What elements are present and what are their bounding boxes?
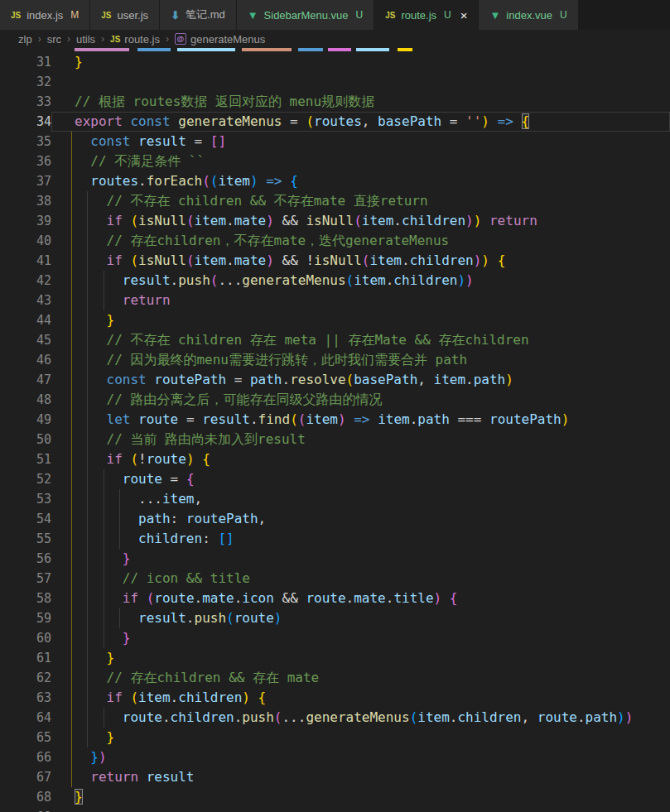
line-content[interactable]: const routePath = path.resolve(basePath,… (51, 370, 670, 390)
line-number[interactable]: 35 (0, 132, 51, 151)
line-number[interactable]: 42 (0, 271, 51, 291)
line-number[interactable]: 55 (0, 529, 51, 549)
line-number[interactable]: 37 (0, 171, 51, 191)
breadcrumb-item-generatemenus[interactable]: @generateMenus (175, 33, 265, 46)
line-content[interactable]: const result = [] (51, 132, 670, 151)
line-content[interactable]: if (route.mate.icon && route.mate.title)… (51, 589, 670, 608)
line-content[interactable]: } (51, 787, 670, 807)
line-number[interactable]: 33 (0, 92, 51, 112)
line-number[interactable]: 45 (0, 330, 51, 350)
line-number[interactable]: 68 (0, 787, 51, 807)
line-number[interactable]: 48 (0, 390, 51, 410)
line-number[interactable]: 66 (0, 747, 51, 767)
line-content[interactable]: // 不满足条件 `` (51, 151, 670, 171)
tab-index-vue[interactable]: ▼index.vueU (479, 0, 577, 30)
line-number[interactable]: 34 (0, 112, 51, 132)
breadcrumb-item-src[interactable]: src (47, 33, 61, 46)
line-number[interactable]: 36 (0, 151, 51, 171)
code-line-45[interactable]: 45 // 不存在 children 存在 meta || 存在Mate && … (0, 330, 670, 350)
tab-route-js[interactable]: JSroute.jsU× (374, 0, 478, 30)
line-number[interactable]: 63 (0, 688, 51, 708)
line-number[interactable]: 54 (0, 509, 51, 529)
line-number[interactable]: 59 (0, 608, 51, 628)
code-line-64[interactable]: 64 route.children.push(...generateMenus(… (0, 708, 670, 728)
line-number[interactable]: 41 (0, 251, 51, 271)
line-content[interactable]: ...item, (51, 489, 670, 509)
line-number[interactable]: 67 (0, 767, 51, 787)
line-number[interactable]: 32 (0, 72, 51, 92)
line-content[interactable]: routes.forEach((item) => { (51, 171, 670, 191)
line-content[interactable] (51, 807, 670, 812)
code-line-38[interactable]: 38 // 不存在 children && 不存在mate 直接return (0, 191, 670, 211)
close-icon[interactable]: × (460, 9, 468, 22)
line-content[interactable]: // 当前 路由尚未加入到result (51, 430, 670, 449)
line-content[interactable]: } (51, 310, 670, 330)
code-line-62[interactable]: 62 // 存在children && 存在 mate (0, 668, 670, 688)
code-line-35[interactable]: 35 const result = [] (0, 132, 670, 151)
line-content[interactable]: // 存在children，不存在mate，迭代generateMenus (51, 231, 670, 251)
line-content[interactable]: // icon && title (51, 569, 670, 589)
line-content[interactable]: // 存在children && 存在 mate (51, 668, 670, 688)
code-line-43[interactable]: 43 return (0, 291, 670, 310)
line-content[interactable]: // 不存在 children && 不存在mate 直接return (51, 191, 670, 211)
line-number[interactable]: 38 (0, 191, 51, 211)
code-line-55[interactable]: 55 children: [] (0, 529, 670, 549)
code-line-69[interactable]: 69 (0, 807, 670, 812)
code-line-31[interactable]: 31} (0, 52, 670, 72)
line-content[interactable]: } (51, 648, 670, 668)
code-line-67[interactable]: 67 return result (0, 767, 670, 787)
line-number[interactable]: 47 (0, 370, 51, 390)
code-line-65[interactable]: 65 } (0, 728, 670, 747)
line-content[interactable]: if (isNull(item.mate) && !isNull(item.ch… (51, 251, 670, 271)
tab-index-js[interactable]: JSindex.jsM (0, 0, 89, 30)
breadcrumb-item-utils[interactable]: utils (76, 33, 95, 46)
code-line-58[interactable]: 58 if (route.mate.icon && route.mate.tit… (0, 589, 670, 608)
line-number[interactable]: 43 (0, 291, 51, 310)
line-content[interactable]: if (!route) { (51, 449, 670, 469)
line-number[interactable]: 57 (0, 569, 51, 589)
line-content[interactable]: result.push(route) (51, 608, 670, 628)
code-line-44[interactable]: 44 } (0, 310, 670, 330)
code-line-37[interactable]: 37 routes.forEach((item) => { (0, 171, 670, 191)
code-line-59[interactable]: 59 result.push(route) (0, 608, 670, 628)
line-number[interactable]: 44 (0, 310, 51, 330)
code-editor[interactable]: 3031}3233// 根据 routes数据 返回对应的 menu规则数据34… (0, 48, 670, 812)
line-number[interactable]: 40 (0, 231, 51, 251)
line-content[interactable]: let route = result.find((item) => item.p… (51, 410, 670, 430)
code-line-34[interactable]: 34export const generateMenus = (routes, … (0, 112, 670, 132)
line-content[interactable]: result.push(...generateMenus(item.childr… (51, 271, 670, 291)
line-number[interactable]: 58 (0, 589, 51, 608)
line-content[interactable]: if (item.children) { (51, 688, 670, 708)
line-content[interactable]: } (51, 728, 670, 747)
line-content[interactable]: if (isNull(item.mate) && isNull(item.chi… (51, 211, 670, 231)
code-line-54[interactable]: 54 path: routePath, (0, 509, 670, 529)
code-line-32[interactable]: 32 (0, 72, 670, 92)
line-content[interactable]: } (51, 628, 670, 648)
line-number[interactable]: 53 (0, 489, 51, 509)
tab-md[interactable]: ⬇笔记.md (160, 0, 236, 30)
line-number[interactable]: 39 (0, 211, 51, 231)
code-line-42[interactable]: 42 result.push(...generateMenus(item.chi… (0, 271, 670, 291)
code-line-53[interactable]: 53 ...item, (0, 489, 670, 509)
code-line-51[interactable]: 51 if (!route) { (0, 449, 670, 469)
breadcrumb-item-zlp[interactable]: zlp (18, 33, 32, 46)
line-number[interactable]: 49 (0, 410, 51, 430)
line-number[interactable]: 62 (0, 668, 51, 688)
code-line-52[interactable]: 52 route = { (0, 469, 670, 489)
code-line-47[interactable]: 47 const routePath = path.resolve(basePa… (0, 370, 670, 390)
line-number[interactable]: 50 (0, 430, 51, 449)
line-number[interactable]: 31 (0, 52, 51, 72)
line-content[interactable]: }) (51, 747, 670, 767)
line-number[interactable]: 56 (0, 549, 51, 569)
code-line-63[interactable]: 63 if (item.children) { (0, 688, 670, 708)
breadcrumb-item-route-js[interactable]: JSroute.js (110, 33, 160, 46)
line-content[interactable]: return result (51, 767, 670, 787)
code-line-33[interactable]: 33// 根据 routes数据 返回对应的 menu规则数据 (0, 92, 670, 112)
line-content[interactable] (51, 72, 670, 92)
line-content[interactable]: children: [] (51, 529, 670, 549)
tab-sidebarmenu-vue[interactable]: ▼SidebarMenu.vueU (237, 0, 374, 30)
code-line-39[interactable]: 39 if (isNull(item.mate) && isNull(item.… (0, 211, 670, 231)
line-number[interactable]: 61 (0, 648, 51, 668)
line-content[interactable]: path: routePath, (51, 509, 670, 529)
line-content[interactable]: } (51, 52, 670, 72)
